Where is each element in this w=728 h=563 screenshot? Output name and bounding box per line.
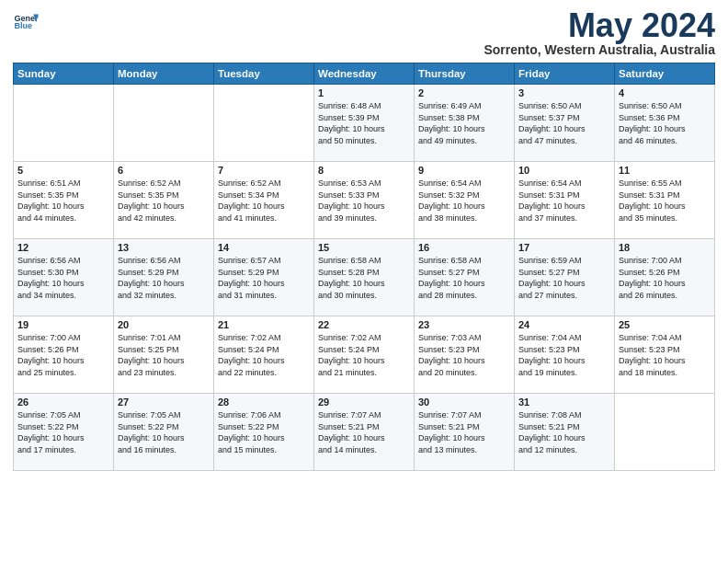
day-info: Sunrise: 6:55 AM Sunset: 5:31 PM Dayligh…: [619, 178, 711, 224]
calendar-week-1: 5Sunrise: 6:51 AM Sunset: 5:35 PM Daylig…: [14, 162, 715, 239]
col-sunday: Sunday: [14, 63, 114, 85]
day-number: 9: [418, 165, 510, 176]
location: Sorrento, Western Australia, Australia: [483, 42, 715, 57]
day-info: Sunrise: 7:05 AM Sunset: 5:22 PM Dayligh…: [17, 409, 109, 455]
day-info: Sunrise: 6:49 AM Sunset: 5:38 PM Dayligh…: [418, 100, 510, 146]
day-number: 21: [218, 319, 310, 330]
day-number: 6: [118, 165, 210, 176]
day-number: 24: [518, 319, 610, 330]
day-number: 22: [318, 319, 410, 330]
day-number: 20: [118, 319, 210, 330]
day-info: Sunrise: 6:58 AM Sunset: 5:27 PM Dayligh…: [418, 255, 510, 301]
calendar-week-2: 12Sunrise: 6:56 AM Sunset: 5:30 PM Dayli…: [14, 239, 715, 316]
col-tuesday: Tuesday: [214, 63, 314, 85]
day-number: 15: [318, 242, 410, 253]
day-number: 8: [318, 165, 410, 176]
day-number: 25: [619, 319, 711, 330]
calendar-cell: 18Sunrise: 7:00 AM Sunset: 5:26 PM Dayli…: [615, 239, 715, 316]
day-info: Sunrise: 7:03 AM Sunset: 5:23 PM Dayligh…: [418, 332, 510, 378]
day-number: 26: [17, 396, 109, 408]
day-number: 28: [218, 396, 310, 408]
calendar-cell: 14Sunrise: 6:57 AM Sunset: 5:29 PM Dayli…: [214, 239, 314, 316]
day-info: Sunrise: 6:54 AM Sunset: 5:32 PM Dayligh…: [418, 178, 510, 224]
day-info: Sunrise: 6:57 AM Sunset: 5:29 PM Dayligh…: [218, 255, 310, 301]
day-number: 29: [318, 396, 410, 408]
calendar-cell: [615, 394, 715, 471]
day-info: Sunrise: 7:05 AM Sunset: 5:22 PM Dayligh…: [118, 409, 210, 455]
day-info: Sunrise: 6:50 AM Sunset: 5:36 PM Dayligh…: [619, 100, 711, 146]
day-number: 17: [518, 242, 610, 253]
title-area: May 2024 Sorrento, Western Australia, Au…: [483, 9, 715, 57]
calendar-cell: 17Sunrise: 6:59 AM Sunset: 5:27 PM Dayli…: [515, 239, 615, 316]
calendar-week-4: 26Sunrise: 7:05 AM Sunset: 5:22 PM Dayli…: [14, 394, 715, 471]
calendar-cell: 19Sunrise: 7:00 AM Sunset: 5:26 PM Dayli…: [14, 316, 114, 394]
day-number: 5: [17, 165, 109, 176]
col-monday: Monday: [114, 63, 214, 85]
day-number: 30: [418, 396, 510, 408]
day-number: 1: [318, 87, 410, 98]
day-info: Sunrise: 6:52 AM Sunset: 5:34 PM Dayligh…: [218, 178, 310, 224]
col-friday: Friday: [515, 63, 615, 85]
day-number: 18: [619, 242, 711, 253]
page-header: General Blue May 2024 Sorrento, Western …: [13, 9, 715, 57]
col-thursday: Thursday: [415, 63, 515, 85]
calendar-cell: 13Sunrise: 6:56 AM Sunset: 5:29 PM Dayli…: [114, 239, 214, 316]
day-info: Sunrise: 7:00 AM Sunset: 5:26 PM Dayligh…: [17, 332, 109, 378]
calendar-cell: [114, 85, 214, 162]
day-info: Sunrise: 7:07 AM Sunset: 5:21 PM Dayligh…: [318, 409, 410, 455]
calendar-table: Sunday Monday Tuesday Wednesday Thursday…: [13, 63, 715, 471]
day-number: 16: [418, 242, 510, 253]
calendar-cell: 8Sunrise: 6:53 AM Sunset: 5:33 PM Daylig…: [314, 162, 415, 239]
day-number: 7: [218, 165, 310, 176]
month-title: May 2024: [483, 9, 715, 42]
calendar-cell: 15Sunrise: 6:58 AM Sunset: 5:28 PM Dayli…: [314, 239, 415, 316]
calendar-cell: 1Sunrise: 6:48 AM Sunset: 5:39 PM Daylig…: [314, 85, 415, 162]
calendar-cell: 24Sunrise: 7:04 AM Sunset: 5:23 PM Dayli…: [515, 316, 615, 394]
day-info: Sunrise: 7:04 AM Sunset: 5:23 PM Dayligh…: [619, 332, 711, 378]
day-info: Sunrise: 6:48 AM Sunset: 5:39 PM Dayligh…: [318, 100, 410, 146]
day-number: 13: [118, 242, 210, 253]
day-number: 19: [17, 319, 109, 330]
calendar-cell: 16Sunrise: 6:58 AM Sunset: 5:27 PM Dayli…: [415, 239, 515, 316]
col-saturday: Saturday: [615, 63, 715, 85]
day-info: Sunrise: 6:52 AM Sunset: 5:35 PM Dayligh…: [118, 178, 210, 224]
calendar-cell: 29Sunrise: 7:07 AM Sunset: 5:21 PM Dayli…: [314, 394, 415, 471]
day-number: 27: [118, 396, 210, 408]
calendar-week-3: 19Sunrise: 7:00 AM Sunset: 5:26 PM Dayli…: [14, 316, 715, 394]
calendar-cell: 30Sunrise: 7:07 AM Sunset: 5:21 PM Dayli…: [415, 394, 515, 471]
day-number: 3: [518, 87, 610, 98]
day-info: Sunrise: 6:56 AM Sunset: 5:29 PM Dayligh…: [118, 255, 210, 301]
calendar-cell: 6Sunrise: 6:52 AM Sunset: 5:35 PM Daylig…: [114, 162, 214, 239]
calendar-cell: 12Sunrise: 6:56 AM Sunset: 5:30 PM Dayli…: [14, 239, 114, 316]
day-info: Sunrise: 7:07 AM Sunset: 5:21 PM Dayligh…: [418, 409, 510, 455]
calendar-cell: 2Sunrise: 6:49 AM Sunset: 5:38 PM Daylig…: [415, 85, 515, 162]
day-number: 31: [518, 396, 610, 408]
calendar-cell: 26Sunrise: 7:05 AM Sunset: 5:22 PM Dayli…: [14, 394, 114, 471]
calendar-cell: 10Sunrise: 6:54 AM Sunset: 5:31 PM Dayli…: [515, 162, 615, 239]
day-info: Sunrise: 6:51 AM Sunset: 5:35 PM Dayligh…: [17, 178, 109, 224]
calendar-cell: 11Sunrise: 6:55 AM Sunset: 5:31 PM Dayli…: [615, 162, 715, 239]
day-number: 12: [17, 242, 109, 253]
day-info: Sunrise: 6:54 AM Sunset: 5:31 PM Dayligh…: [518, 178, 610, 224]
calendar-cell: 22Sunrise: 7:02 AM Sunset: 5:24 PM Dayli…: [314, 316, 415, 394]
calendar-cell: 5Sunrise: 6:51 AM Sunset: 5:35 PM Daylig…: [14, 162, 114, 239]
logo: General Blue: [13, 9, 39, 35]
day-number: 14: [218, 242, 310, 253]
day-info: Sunrise: 7:00 AM Sunset: 5:26 PM Dayligh…: [619, 255, 711, 301]
calendar-cell: 20Sunrise: 7:01 AM Sunset: 5:25 PM Dayli…: [114, 316, 214, 394]
calendar-cell: 9Sunrise: 6:54 AM Sunset: 5:32 PM Daylig…: [415, 162, 515, 239]
calendar-cell: 3Sunrise: 6:50 AM Sunset: 5:37 PM Daylig…: [515, 85, 615, 162]
svg-text:Blue: Blue: [14, 21, 32, 30]
day-info: Sunrise: 7:01 AM Sunset: 5:25 PM Dayligh…: [118, 332, 210, 378]
calendar-cell: [214, 85, 314, 162]
day-info: Sunrise: 6:59 AM Sunset: 5:27 PM Dayligh…: [518, 255, 610, 301]
calendar-cell: 7Sunrise: 6:52 AM Sunset: 5:34 PM Daylig…: [214, 162, 314, 239]
day-number: 23: [418, 319, 510, 330]
day-info: Sunrise: 7:06 AM Sunset: 5:22 PM Dayligh…: [218, 409, 310, 455]
day-info: Sunrise: 6:58 AM Sunset: 5:28 PM Dayligh…: [318, 255, 410, 301]
day-info: Sunrise: 6:53 AM Sunset: 5:33 PM Dayligh…: [318, 178, 410, 224]
calendar-cell: 28Sunrise: 7:06 AM Sunset: 5:22 PM Dayli…: [214, 394, 314, 471]
day-number: 11: [619, 165, 711, 176]
day-info: Sunrise: 7:02 AM Sunset: 5:24 PM Dayligh…: [218, 332, 310, 378]
day-info: Sunrise: 6:50 AM Sunset: 5:37 PM Dayligh…: [518, 100, 610, 146]
